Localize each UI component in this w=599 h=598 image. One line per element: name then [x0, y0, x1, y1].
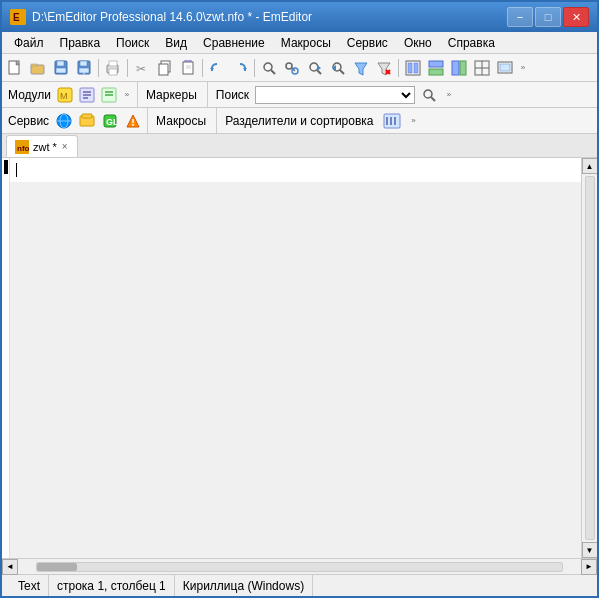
window-title: D:\EmEditor Professional 14.6.0\zwt.nfo … — [32, 10, 312, 24]
modules-label: Модули — [8, 88, 51, 102]
menu-compare[interactable]: Сравнение — [195, 33, 273, 53]
svg-point-26 — [286, 63, 292, 69]
find-prev-button[interactable] — [327, 57, 349, 79]
tab-name: zwt * — [33, 141, 57, 153]
service-section: Сервис GL — [4, 108, 148, 133]
close-button[interactable]: ✕ — [563, 7, 589, 27]
toolbar-overflow[interactable]: » — [517, 57, 529, 79]
svg-rect-44 — [452, 61, 459, 75]
sep5 — [398, 59, 399, 77]
svg-rect-41 — [414, 63, 418, 73]
sep1 — [98, 59, 99, 77]
macros-label: Макросы — [156, 114, 206, 128]
svg-point-60 — [424, 90, 432, 98]
save-as-button[interactable]: + — [73, 57, 95, 79]
status-mode: Text — [10, 575, 49, 596]
filter-button[interactable] — [350, 57, 372, 79]
svg-point-71 — [132, 124, 134, 126]
view-btn5[interactable] — [494, 57, 516, 79]
svg-rect-42 — [429, 61, 443, 67]
maximize-button[interactable]: □ — [535, 7, 561, 27]
search-go-button[interactable] — [419, 85, 439, 105]
delimiters-label: Разделители и сортировка — [225, 114, 373, 128]
vertical-scrollbar: ▲ ▼ — [581, 158, 597, 558]
modules-icon3[interactable] — [99, 85, 119, 105]
view-btn1[interactable] — [402, 57, 424, 79]
svg-text:nfo: nfo — [17, 144, 29, 153]
modules-section: Модули M » — [4, 82, 138, 107]
service-btn4[interactable] — [123, 111, 143, 131]
hscroll-track[interactable] — [36, 562, 563, 572]
vscroll-track[interactable] — [585, 176, 595, 540]
delimiters-overflow[interactable]: » — [408, 110, 420, 132]
open-button[interactable] — [27, 57, 49, 79]
service-btn2[interactable] — [77, 111, 97, 131]
redo-button[interactable] — [229, 57, 251, 79]
scroll-right-button[interactable]: ► — [581, 559, 597, 575]
replace-button[interactable] — [281, 57, 303, 79]
svg-point-24 — [264, 63, 272, 71]
menu-macros[interactable]: Макросы — [273, 33, 339, 53]
paste-button[interactable] — [177, 57, 199, 79]
menu-help[interactable]: Справка — [440, 33, 503, 53]
editor-scroll-area — [10, 158, 581, 558]
minimize-button[interactable]: − — [507, 7, 533, 27]
svg-rect-50 — [500, 64, 510, 71]
modules-icon1[interactable]: M — [55, 85, 75, 105]
status-mode-text: Text — [18, 579, 40, 593]
toolbar-main: + ✂ — [2, 54, 597, 82]
svg-marker-35 — [355, 63, 367, 75]
svg-rect-4 — [31, 64, 37, 66]
tab-bar: nfo zwt * × — [2, 134, 597, 158]
search-section: Поиск » — [208, 82, 595, 107]
search-label: Поиск — [216, 88, 249, 102]
svg-marker-23 — [243, 68, 247, 71]
menu-tools[interactable]: Сервис — [339, 33, 396, 53]
status-encoding-text: Кириллица (Windows) — [183, 579, 304, 593]
menu-edit[interactable]: Правка — [52, 33, 109, 53]
tab-icon: nfo — [15, 140, 29, 154]
scroll-left-button[interactable]: ◄ — [2, 559, 18, 575]
new-button[interactable] — [4, 57, 26, 79]
service-ie-button[interactable] — [54, 111, 74, 131]
svg-rect-6 — [57, 61, 64, 66]
svg-rect-17 — [159, 64, 168, 75]
modules-overflow[interactable]: » — [121, 84, 133, 106]
copy-button[interactable] — [154, 57, 176, 79]
undo-button[interactable] — [206, 57, 228, 79]
filter-clear-button[interactable] — [373, 57, 395, 79]
hscroll-thumb[interactable] — [37, 563, 77, 571]
document-tab[interactable]: nfo zwt * × — [6, 135, 78, 157]
status-encoding: Кириллица (Windows) — [175, 575, 313, 596]
view-btn3[interactable] — [448, 57, 470, 79]
view-btn2[interactable] — [425, 57, 447, 79]
editor-content[interactable] — [10, 158, 581, 182]
delimiters-icon[interactable] — [382, 111, 402, 131]
menu-file[interactable]: Файл — [6, 33, 52, 53]
tab-close-button[interactable]: × — [61, 141, 69, 152]
svg-marker-31 — [317, 65, 321, 71]
svg-marker-22 — [210, 68, 214, 71]
left-margin — [2, 158, 10, 558]
search-dropdown[interactable] — [255, 86, 415, 104]
view-btn4[interactable] — [471, 57, 493, 79]
svg-line-30 — [317, 70, 321, 74]
find-button[interactable] — [258, 57, 280, 79]
scroll-up-button[interactable]: ▲ — [582, 158, 598, 174]
cut-button[interactable]: ✂ — [131, 57, 153, 79]
toolbar-service: Сервис GL Макросы Разделители и сортиров… — [2, 108, 597, 134]
save-button[interactable] — [50, 57, 72, 79]
search-overflow[interactable]: » — [443, 84, 455, 106]
service-btn3[interactable]: GL — [100, 111, 120, 131]
menu-search[interactable]: Поиск — [108, 33, 157, 53]
status-position-text: строка 1, столбец 1 — [57, 579, 166, 593]
menu-window[interactable]: Окно — [396, 33, 440, 53]
menu-view[interactable]: Вид — [157, 33, 195, 53]
macros-section: Макросы — [148, 108, 217, 133]
scroll-down-button[interactable]: ▼ — [582, 542, 598, 558]
find-next-button[interactable] — [304, 57, 326, 79]
svg-line-25 — [271, 70, 275, 74]
modules-icon2[interactable] — [77, 85, 97, 105]
print-button[interactable] — [102, 57, 124, 79]
sep3 — [202, 59, 203, 77]
